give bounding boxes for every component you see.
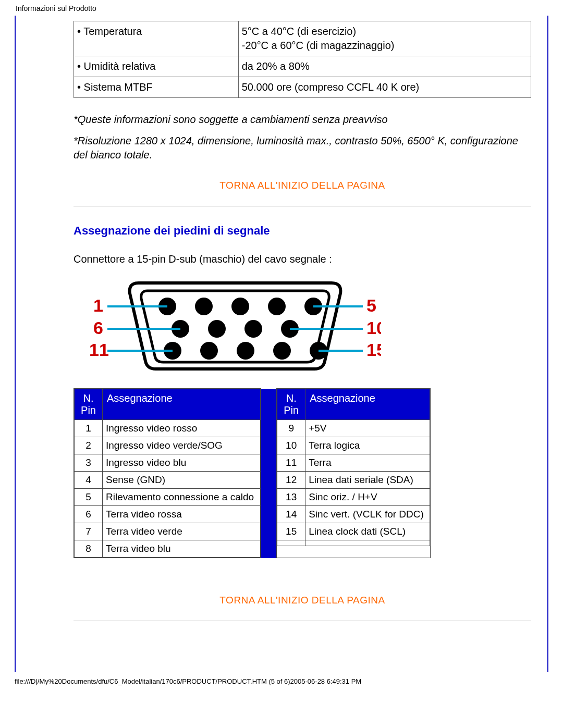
- svg-point-2: [231, 298, 249, 315]
- svg-point-3: [268, 298, 286, 315]
- pin-num: 12: [277, 472, 305, 489]
- svg-text:5: 5: [366, 295, 376, 315]
- pin-assign: +5V: [305, 420, 430, 437]
- svg-text:15: 15: [366, 340, 381, 360]
- table-row: 13Sinc oriz. / H+V: [277, 489, 430, 506]
- pin-assign: Terra: [305, 454, 430, 472]
- spec-label: • Temperatura: [74, 21, 239, 56]
- table-row: 4Sense (GND): [75, 472, 261, 489]
- svg-point-10: [200, 342, 218, 360]
- divider: [74, 621, 531, 621]
- table-row: 10Terra logica: [277, 437, 430, 454]
- note-text: *Risoluzione 1280 x 1024, dimensione, lu…: [74, 134, 531, 162]
- dsub-connector-icon: 1 6 11 5 10 15: [89, 273, 381, 377]
- pin-num: 13: [277, 489, 305, 506]
- svg-point-11: [237, 342, 254, 360]
- pin-num: [277, 540, 305, 546]
- svg-point-12: [273, 342, 291, 360]
- table-row: 1Ingresso video rosso: [75, 420, 261, 437]
- pin-assign: [305, 540, 430, 546]
- back-to-top-link[interactable]: TORNA ALL'INIZIO DELLA PAGINA: [74, 180, 531, 191]
- table-row: 12Linea dati seriale (SDA): [277, 472, 430, 489]
- table-row: 14Sinc vert. (VCLK for DDC): [277, 506, 430, 523]
- table-row: • Temperatura 5°C a 40°C (di esercizio) …: [74, 21, 531, 56]
- pin-assign: Terra video blu: [103, 540, 261, 558]
- content-column: • Temperatura 5°C a 40°C (di esercizio) …: [74, 16, 536, 644]
- pin-header-num: N. Pin: [75, 389, 103, 420]
- content-frame: • Temperatura 5°C a 40°C (di esercizio) …: [15, 16, 548, 672]
- svg-point-1: [195, 298, 213, 315]
- table-row: 2Ingresso video verde/SOG: [75, 437, 261, 454]
- pin-assign: Linea clock dati (SCL): [305, 523, 430, 540]
- pin-header-assign: Assegnazione: [103, 389, 261, 420]
- spec-value: 50.000 ore (compreso CCFL 40 K ore): [238, 77, 531, 98]
- pin-num: 8: [75, 540, 103, 558]
- pin-table-right: N. Pin Assegnazione 9+5V 10Terra logica …: [277, 389, 430, 546]
- svg-text:11: 11: [89, 340, 109, 360]
- pin-num: 10: [277, 437, 305, 454]
- pin-table-left: N. Pin Assegnazione 1Ingresso video ross…: [74, 389, 261, 558]
- pin-num: 5: [75, 489, 103, 506]
- pin-num: 3: [75, 454, 103, 472]
- page-title: Informazioni sul Prodotto: [0, 0, 563, 16]
- specs-table: • Temperatura 5°C a 40°C (di esercizio) …: [74, 21, 531, 98]
- spec-label: • Umidità relativa: [74, 56, 239, 77]
- table-row: 7Terra video verde: [75, 523, 261, 540]
- pin-num: 2: [75, 437, 103, 454]
- back-to-top-link[interactable]: TORNA ALL'INIZIO DELLA PAGINA: [74, 595, 531, 606]
- pin-assign: Ingresso video verde/SOG: [103, 437, 261, 454]
- spec-value: 5°C a 40°C (di esercizio) -20°C a 60°C (…: [238, 21, 531, 56]
- pin-header-assign: Assegnazione: [305, 389, 430, 420]
- pin-num: 7: [75, 523, 103, 540]
- pin-assign: Sense (GND): [103, 472, 261, 489]
- connector-description: Connettore a 15-pin D-sub (maschio) del …: [74, 253, 531, 265]
- table-row: • Sistema MTBF 50.000 ore (compreso CCFL…: [74, 77, 531, 98]
- pin-assign: Linea dati seriale (SDA): [305, 472, 430, 489]
- pin-assign: Terra logica: [305, 437, 430, 454]
- note-text: *Queste informazioni sono soggette a cam…: [74, 113, 531, 127]
- connector-diagram: 1 6 11 5 10 15: [74, 273, 531, 377]
- pin-assign: Ingresso video blu: [103, 454, 261, 472]
- footer-path: file:///D|/My%20Documents/dfu/C6_Model/i…: [0, 672, 563, 690]
- table-row: 11Terra: [277, 454, 430, 472]
- table-row: 15Linea clock dati (SCL): [277, 523, 430, 540]
- pin-table-spacer: [261, 389, 277, 558]
- pin-num: 14: [277, 506, 305, 523]
- table-row: • Umidità relativa da 20% a 80%: [74, 56, 531, 77]
- table-row: 6Terra video rossa: [75, 506, 261, 523]
- table-row: 8Terra video blu: [75, 540, 261, 558]
- pin-assignment-outer-table: N. Pin Assegnazione 1Ingresso video ross…: [74, 388, 431, 558]
- svg-point-7: [244, 320, 262, 338]
- svg-text:1: 1: [93, 295, 103, 315]
- pin-header-num: N. Pin: [277, 389, 305, 420]
- pin-num: 6: [75, 506, 103, 523]
- svg-text:10: 10: [366, 318, 381, 338]
- pin-assign: Sinc vert. (VCLK for DDC): [305, 506, 430, 523]
- pin-num: 1: [75, 420, 103, 437]
- pin-assign: Sinc oriz. / H+V: [305, 489, 430, 506]
- table-row: 5Rilevamento connessione a caldo: [75, 489, 261, 506]
- spec-value: da 20% a 80%: [238, 56, 531, 77]
- pin-assign: Terra video rossa: [103, 506, 261, 523]
- section-heading-pin-assignment: Assegnazione dei piedini di segnale: [74, 224, 531, 238]
- table-row: 3Ingresso video blu: [75, 454, 261, 472]
- pin-num: 11: [277, 454, 305, 472]
- divider: [74, 206, 531, 206]
- spec-label: • Sistema MTBF: [74, 77, 239, 98]
- svg-point-6: [208, 320, 226, 338]
- pin-num: 4: [75, 472, 103, 489]
- pin-assign: Terra video verde: [103, 523, 261, 540]
- notes-block: *Queste informazioni sono soggette a cam…: [74, 113, 531, 162]
- table-row: 9+5V: [277, 420, 430, 437]
- pin-num: 9: [277, 420, 305, 437]
- table-row: [277, 540, 430, 546]
- pin-assign: Rilevamento connessione a caldo: [103, 489, 261, 506]
- svg-text:6: 6: [93, 318, 103, 338]
- pin-assign: Ingresso video rosso: [103, 420, 261, 437]
- pin-num: 15: [277, 523, 305, 540]
